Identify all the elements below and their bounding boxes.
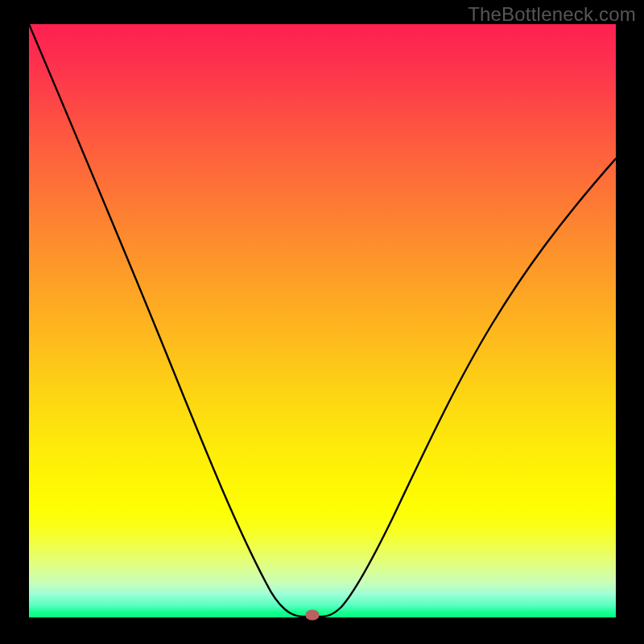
watermark-text: TheBottleneck.com [468,3,636,26]
curve-svg [29,24,616,617]
optimal-point-marker [306,610,320,621]
bottleneck-curve-path [29,24,616,617]
chart-frame: TheBottleneck.com [0,0,644,644]
plot-area [29,24,616,617]
